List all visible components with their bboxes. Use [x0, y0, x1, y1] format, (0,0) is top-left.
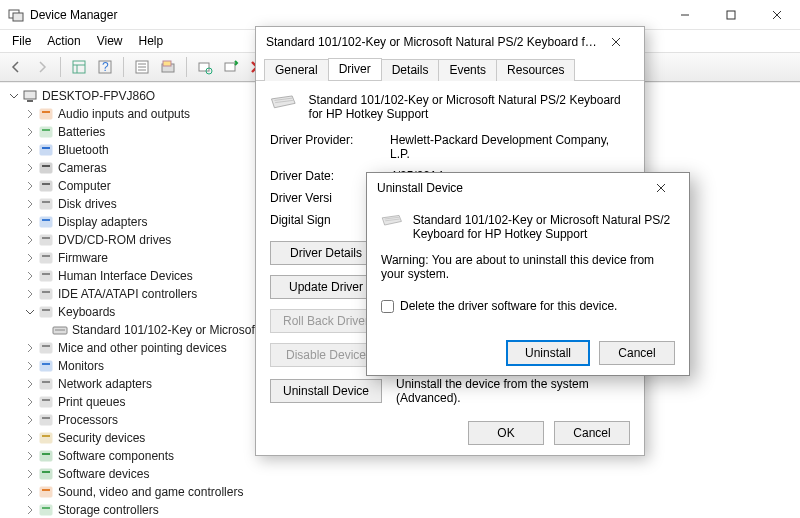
- dialog-titlebar[interactable]: Standard 101/102-Key or Microsoft Natura…: [256, 27, 644, 57]
- chevron-right-icon[interactable]: [24, 216, 36, 228]
- svg-rect-56: [40, 415, 52, 425]
- category-icon: [38, 430, 54, 446]
- scan-button[interactable]: [193, 55, 217, 79]
- keyboard-icon: [381, 213, 403, 237]
- delete-driver-checkbox-row[interactable]: Delete the driver software for this devi…: [381, 299, 675, 313]
- svg-rect-40: [40, 271, 52, 281]
- chevron-right-icon[interactable]: [24, 234, 36, 246]
- dialog-tabs: General Driver Details Events Resources: [256, 57, 644, 81]
- uninstall-device-button[interactable]: Uninstall Device: [270, 379, 382, 403]
- menu-help[interactable]: Help: [131, 32, 172, 50]
- chevron-right-icon[interactable]: [24, 342, 36, 354]
- chevron-right-icon[interactable]: [24, 432, 36, 444]
- menu-view[interactable]: View: [89, 32, 131, 50]
- svg-rect-57: [42, 417, 50, 419]
- chevron-right-icon[interactable]: [24, 270, 36, 282]
- chevron-right-icon[interactable]: [24, 360, 36, 372]
- svg-rect-63: [42, 471, 50, 473]
- svg-rect-30: [40, 181, 52, 191]
- uninstall-device-desc: Uninstall the device from the system (Ad…: [396, 377, 630, 405]
- confirm-close-button[interactable]: [643, 174, 679, 202]
- tree-item-label: Cameras: [58, 161, 107, 175]
- chevron-right-icon[interactable]: [24, 144, 36, 156]
- confirm-titlebar[interactable]: Uninstall Device: [367, 173, 689, 203]
- tab-events[interactable]: Events: [438, 59, 497, 81]
- svg-rect-28: [40, 163, 52, 173]
- chevron-right-icon[interactable]: [24, 252, 36, 264]
- window-minimize[interactable]: [662, 0, 708, 30]
- tree-item-label: Processors: [58, 413, 118, 427]
- tree-item[interactable]: Storage controllers: [4, 501, 796, 518]
- svg-rect-42: [40, 289, 52, 299]
- show-hide-tree-button[interactable]: [67, 55, 91, 79]
- svg-rect-35: [42, 219, 50, 221]
- chevron-right-icon[interactable]: [24, 486, 36, 498]
- svg-rect-23: [42, 111, 50, 113]
- chevron-right-icon[interactable]: [24, 414, 36, 426]
- chevron-right-icon[interactable]: [24, 126, 36, 138]
- chevron-right-icon[interactable]: [24, 396, 36, 408]
- category-icon: [38, 232, 54, 248]
- properties-button[interactable]: [130, 55, 154, 79]
- delete-driver-checkbox[interactable]: [381, 300, 394, 313]
- chevron-right-icon[interactable]: [24, 162, 36, 174]
- chevron-right-icon[interactable]: [24, 468, 36, 480]
- tree-item-label: Software devices: [58, 467, 149, 481]
- chevron-down-icon[interactable]: [24, 306, 36, 318]
- chevron-right-icon[interactable]: [24, 378, 36, 390]
- chevron-down-icon[interactable]: [8, 90, 20, 102]
- tab-resources[interactable]: Resources: [496, 59, 575, 81]
- svg-rect-43: [42, 291, 50, 293]
- window-close[interactable]: [754, 0, 800, 30]
- svg-rect-66: [40, 505, 52, 515]
- cancel-button[interactable]: Cancel: [554, 421, 630, 445]
- chevron-right-icon[interactable]: [24, 504, 36, 516]
- svg-rect-54: [40, 397, 52, 407]
- chevron-right-icon[interactable]: [24, 450, 36, 462]
- svg-rect-49: [42, 345, 50, 347]
- confirm-cancel-button[interactable]: Cancel: [599, 341, 675, 365]
- tree-item-label: Computer: [58, 179, 111, 193]
- chevron-right-icon[interactable]: [24, 288, 36, 300]
- tree-item-label: Audio inputs and outputs: [58, 107, 190, 121]
- add-legacy-button[interactable]: [219, 55, 243, 79]
- chevron-right-icon[interactable]: [24, 198, 36, 210]
- svg-rect-33: [42, 201, 50, 203]
- menu-file[interactable]: File: [4, 32, 39, 50]
- svg-rect-34: [40, 217, 52, 227]
- tab-general[interactable]: General: [264, 59, 329, 81]
- toolbar-divider: [60, 57, 61, 77]
- forward-button[interactable]: [30, 55, 54, 79]
- dialog-close-button[interactable]: [598, 28, 634, 56]
- tree-item[interactable]: Software devices: [4, 465, 796, 483]
- category-icon: [38, 448, 54, 464]
- confirm-warning-text: Warning: You are about to uninstall this…: [381, 253, 675, 281]
- svg-rect-24: [40, 127, 52, 137]
- uninstall-confirm-dialog: Uninstall Device Standard 101/102-Key or…: [366, 172, 690, 376]
- svg-rect-26: [40, 145, 52, 155]
- svg-rect-36: [40, 235, 52, 245]
- tab-details[interactable]: Details: [381, 59, 440, 81]
- tree-item[interactable]: Sound, video and game controllers: [4, 483, 796, 501]
- window-maximize[interactable]: [708, 0, 754, 30]
- category-icon: [38, 250, 54, 266]
- svg-rect-20: [24, 91, 36, 99]
- svg-rect-6: [73, 61, 85, 73]
- chevron-right-icon[interactable]: [24, 180, 36, 192]
- svg-rect-22: [40, 109, 52, 119]
- svg-rect-51: [42, 363, 50, 365]
- tab-driver[interactable]: Driver: [328, 58, 382, 80]
- category-icon: [38, 484, 54, 500]
- chevron-right-icon[interactable]: [24, 108, 36, 120]
- confirm-uninstall-button[interactable]: Uninstall: [507, 341, 589, 365]
- svg-rect-48: [40, 343, 52, 353]
- update-driver-button[interactable]: [156, 55, 180, 79]
- ok-button[interactable]: OK: [468, 421, 544, 445]
- menu-action[interactable]: Action: [39, 32, 88, 50]
- tree-item-label: Print queues: [58, 395, 125, 409]
- svg-rect-1: [13, 13, 23, 21]
- category-icon: [38, 214, 54, 230]
- svg-rect-31: [42, 183, 50, 185]
- back-button[interactable]: [4, 55, 28, 79]
- help-topic-button[interactable]: ?: [93, 55, 117, 79]
